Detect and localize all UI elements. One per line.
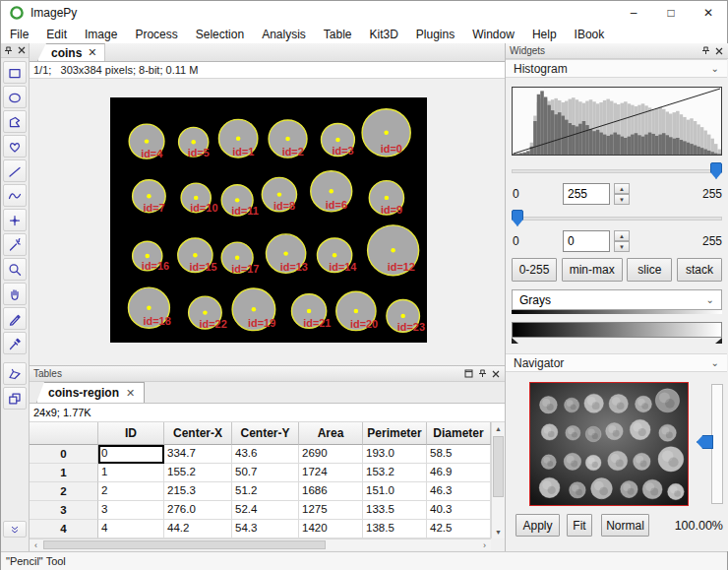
chevron-down-icon[interactable]: ⌄ — [711, 63, 719, 74]
table-cell[interactable]: 42.5 — [427, 520, 491, 538]
table-cell[interactable]: 46.9 — [427, 464, 491, 482]
column-header-perimeter[interactable]: Perimeter — [363, 422, 427, 445]
max-slider-thumb[interactable] — [710, 162, 722, 179]
table-cell[interactable]: 1724 — [299, 464, 363, 482]
max-level-slider[interactable] — [512, 161, 722, 181]
apply-button[interactable]: Apply — [516, 514, 560, 537]
table-cell[interactable]: 2690 — [299, 445, 363, 464]
menu-plugins[interactable]: Plugins — [407, 26, 463, 43]
row-index[interactable]: 1 — [30, 464, 98, 482]
pin-icon[interactable] — [3, 45, 13, 55]
table-cell[interactable]: 54.3 — [232, 520, 299, 538]
navigator-section-header[interactable]: Navigator ⌄ — [506, 353, 727, 372]
gradient-left-marker[interactable] — [512, 338, 518, 344]
column-header-area[interactable]: Area — [299, 422, 363, 445]
column-header-center-x[interactable]: Center-X — [164, 422, 232, 445]
menu-analysis[interactable]: Analysis — [253, 26, 315, 43]
table-cell[interactable]: 44.2 — [164, 520, 232, 538]
menu-file[interactable]: File — [1, 26, 37, 43]
rectangle-tool-button[interactable] — [3, 61, 27, 84]
menu-image[interactable]: Image — [76, 26, 126, 43]
scroll-up-icon[interactable]: ▲ — [492, 422, 505, 435]
step-down-icon[interactable]: ▼ — [614, 194, 630, 205]
table-cell[interactable]: 193.0 — [363, 445, 427, 464]
fit-button[interactable]: Fit — [567, 514, 592, 537]
fill-tool-button[interactable] — [3, 362, 27, 385]
line-tool-button[interactable] — [3, 159, 27, 182]
hand-tool-button[interactable] — [3, 283, 27, 305]
min-slider-thumb[interactable] — [512, 210, 523, 226]
column-header-id[interactable]: ID — [98, 422, 164, 445]
curve-tool-button[interactable] — [3, 184, 27, 207]
normal-button[interactable]: Normal — [601, 514, 649, 537]
restore-icon[interactable] — [463, 369, 473, 379]
table-cell[interactable]: 46.3 — [427, 482, 491, 501]
step-up-icon[interactable]: ▲ — [614, 183, 630, 194]
histogram-section-header[interactable]: Histogram ⌄ — [506, 59, 727, 78]
slider-track[interactable] — [512, 217, 722, 221]
navigator-zoom-thumb[interactable] — [697, 435, 713, 449]
lut-select[interactable]: Grays ⌄ — [512, 289, 722, 310]
navigator-thumbnail[interactable] — [529, 382, 689, 506]
table-cell[interactable]: 1 — [98, 464, 164, 482]
maximize-button[interactable]: □ — [652, 1, 690, 25]
scroll-right-icon[interactable]: › — [478, 540, 491, 550]
table-cell[interactable]: 153.2 — [363, 464, 427, 482]
column-header-center-y[interactable]: Center-Y — [232, 422, 299, 445]
close-icon[interactable] — [714, 46, 724, 56]
image-canvas[interactable]: id=0id=1id=2id=3id=4id=5id=6id=7id=8id=9… — [110, 97, 427, 343]
tab-coins-region[interactable]: coins-region ✕ — [36, 382, 145, 403]
gradient-right-marker[interactable] — [715, 338, 722, 344]
min-level-slider[interactable] — [512, 209, 722, 228]
close-icon[interactable] — [491, 369, 501, 379]
max-value-input[interactable] — [563, 183, 610, 205]
pin-icon[interactable] — [477, 369, 487, 379]
table-cell[interactable]: 215.3 — [164, 482, 232, 501]
tab-coins[interactable]: coins ✕ — [37, 43, 105, 61]
row-index[interactable]: 3 — [30, 501, 98, 520]
table-cell[interactable]: 3 — [98, 501, 164, 520]
more-tools-button[interactable] — [3, 521, 27, 538]
scroll-down-icon[interactable]: ▼ — [492, 526, 505, 538]
wand-tool-button[interactable] — [3, 233, 27, 256]
column-header-diameter[interactable]: Diameter — [427, 422, 491, 445]
chevron-down-icon[interactable]: ⌄ — [711, 357, 719, 368]
menu-ibook[interactable]: IBook — [566, 26, 614, 43]
step-down-icon[interactable]: ▼ — [614, 241, 630, 252]
move-tool-button[interactable] — [3, 387, 27, 410]
table-cell[interactable]: 43.6 — [232, 445, 299, 464]
ellipse-tool-button[interactable] — [3, 86, 27, 108]
row-index[interactable]: 4 — [30, 520, 98, 538]
min-max-button[interactable]: min-max — [562, 258, 623, 282]
step-up-icon[interactable]: ▲ — [614, 230, 630, 241]
tab-close-icon[interactable]: ✕ — [126, 387, 135, 400]
table-cell[interactable]: 4 — [98, 520, 164, 538]
table-cell[interactable]: 276.0 — [164, 501, 232, 520]
table-cell[interactable]: 1275 — [299, 501, 363, 520]
point-tool-button[interactable] — [3, 209, 27, 231]
freehand-tool-button[interactable] — [3, 135, 27, 158]
table-cell[interactable]: 50.7 — [232, 464, 299, 482]
scroll-left-icon[interactable]: ‹ — [30, 540, 42, 550]
table-vertical-scrollbar[interactable]: ▲ ▼ — [491, 422, 505, 538]
tab-close-icon[interactable]: ✕ — [88, 46, 96, 59]
pencil-tool-button[interactable] — [3, 307, 27, 330]
table-cell[interactable]: 138.5 — [363, 520, 427, 538]
min-value-input[interactable] — [563, 230, 610, 252]
color-picker-tool-button[interactable] — [3, 332, 27, 354]
table-cell[interactable]: 58.5 — [427, 445, 491, 464]
polygon-tool-button[interactable] — [3, 110, 27, 133]
0-255-button[interactable]: 0-255 — [512, 258, 557, 282]
horizontal-scroll-thumb[interactable] — [43, 540, 326, 549]
slice-button[interactable]: slice — [627, 258, 672, 282]
table-cell[interactable]: 133.5 — [363, 501, 427, 520]
menu-process[interactable]: Process — [126, 26, 186, 43]
zoom-tool-button[interactable] — [3, 258, 27, 281]
menu-edit[interactable]: Edit — [37, 26, 76, 43]
table-cell[interactable]: 51.2 — [232, 482, 299, 501]
row-index[interactable]: 0 — [30, 445, 98, 464]
pin-icon[interactable] — [700, 46, 710, 56]
table-cell[interactable]: 0 — [98, 445, 164, 464]
table-cell[interactable]: 52.4 — [232, 501, 299, 520]
table-cell[interactable]: 1420 — [299, 520, 363, 538]
